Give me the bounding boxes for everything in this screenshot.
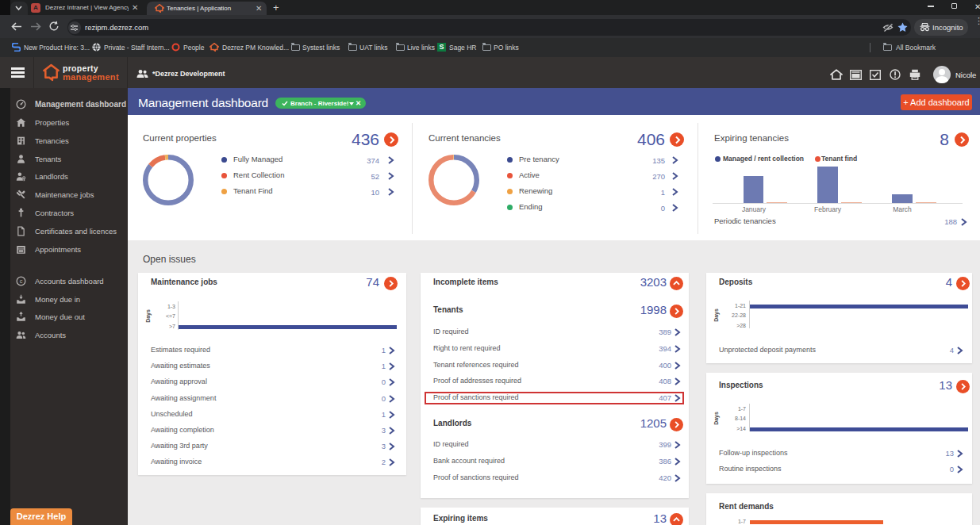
svg-text:c: c (20, 278, 23, 285)
